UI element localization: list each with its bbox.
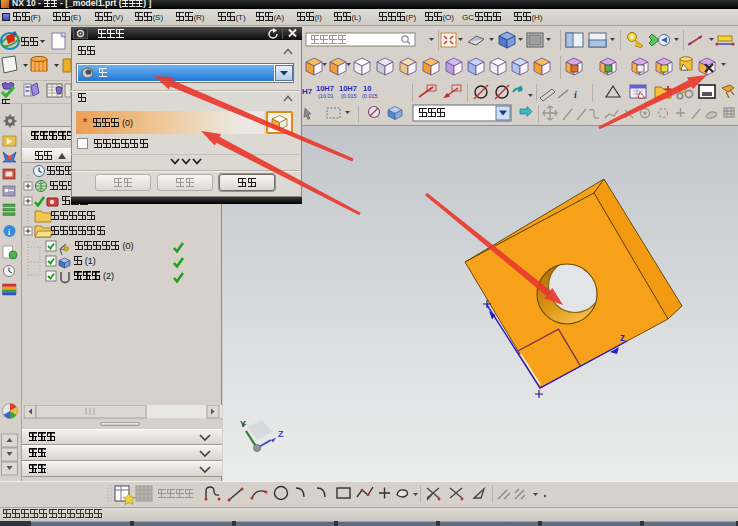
svg-text:i: i <box>574 89 577 100</box>
svg-text:H7: H7 <box>302 87 313 96</box>
svg-text:(10.01: (10.01 <box>318 93 334 99</box>
svg-text:z: z <box>620 332 625 343</box>
svg-text:Z: Z <box>278 429 284 439</box>
svg-text:10H7: 10H7 <box>339 84 357 93</box>
svg-text:(0.015: (0.015 <box>341 93 357 99</box>
svg-text:(0.015: (0.015 <box>362 93 378 99</box>
svg-text:10: 10 <box>363 84 371 93</box>
svg-text:Y: Y <box>240 419 246 429</box>
svg-text:10H7: 10H7 <box>316 84 334 93</box>
